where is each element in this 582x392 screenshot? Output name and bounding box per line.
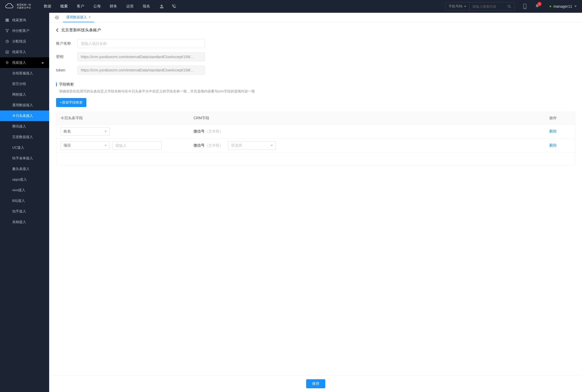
sidebar-item-clue-query[interactable]: 线索查询	[0, 15, 49, 25]
sidebar-toggle-button[interactable]	[52, 16, 61, 19]
mobile-icon[interactable]	[523, 4, 527, 9]
nav-customer[interactable]: 客户	[77, 4, 84, 9]
search-type-select[interactable]: 手机号码	[445, 2, 470, 10]
table-header: 今日头条字段 CRM字段 操作	[56, 112, 575, 124]
th-crm-field: CRM字段	[193, 116, 549, 121]
toutiao-field-select[interactable]: 项目	[61, 141, 110, 150]
svg-rect-9	[7, 20, 9, 21]
breadcrumb: 北京昱新科技头条账户	[56, 28, 575, 33]
chevron-down-icon	[464, 6, 466, 7]
tab-close-button[interactable]: ✕	[88, 15, 91, 19]
svg-point-3	[508, 5, 510, 7]
svg-rect-8	[6, 20, 7, 21]
chevron-down-icon	[271, 145, 273, 146]
sidebar-sub-tencent[interactable]: 腾讯接入	[0, 121, 49, 132]
logo[interactable]: 教育机构一站 式服务云平台	[5, 3, 31, 10]
footer-bar: 保存	[49, 375, 582, 392]
chevron-down-icon	[104, 131, 107, 132]
chevron-left-icon	[56, 28, 58, 32]
account-label: 账户名称	[56, 41, 75, 46]
call-icon[interactable]	[171, 4, 176, 9]
secret-label: 密钥	[56, 54, 75, 59]
th-toutiao-field: 今日头条字段	[61, 116, 193, 121]
logo-sub2: 式服务云平台	[17, 6, 31, 9]
logo-sub1: 教育机构一站	[17, 3, 31, 6]
crm-field-label: 微信号	[193, 129, 205, 133]
sidebar-sub-oppo[interactable]: oppo接入	[0, 174, 49, 185]
mapping-table: 今日头条字段 CRM字段 操作 姓名 微信号（文本框） 删除	[56, 112, 575, 165]
add-mapping-button[interactable]: +添加字段映射	[56, 98, 86, 107]
sidebar-item-import[interactable]: 线索导入	[0, 47, 49, 57]
chevron-down-icon	[104, 145, 107, 146]
nav-clue[interactable]: 线索	[60, 4, 68, 9]
sidebar-item-access[interactable]: 线索接入	[0, 57, 49, 68]
topbar: 教育机构一站 式服务云平台 数据 线索 客户 公海 财务 运营 报名 手机号码 …	[0, 0, 582, 13]
nav-data[interactable]: 数据	[44, 4, 51, 9]
svg-rect-7	[7, 19, 9, 20]
section-bar-icon	[56, 83, 57, 86]
sidebar-sub-school[interactable]: 网校接入	[0, 89, 49, 100]
nav-ops[interactable]: 运营	[126, 4, 134, 9]
account-input[interactable]	[77, 39, 205, 48]
content-area: 通用数据接入 ✕ 北京昱新科技头条账户 账户名称 密钥 token	[49, 13, 582, 392]
search-icon	[507, 5, 511, 8]
menu-collapse-icon	[55, 16, 59, 19]
sidebar-sub-message-group[interactable]: 留言分组	[0, 79, 49, 89]
sidebar-sub-online-cs[interactable]: 在线客服接入	[0, 68, 49, 79]
svg-point-5	[525, 8, 525, 8]
sidebar-sub-zhihu[interactable]: 知乎接入	[0, 206, 49, 217]
crm-field-label: 微信号	[193, 143, 205, 147]
nav-sea[interactable]: 公海	[93, 4, 101, 9]
chevron-up-icon	[41, 62, 44, 63]
tab-generic-data[interactable]: 通用数据接入 ✕	[63, 13, 94, 22]
pie-icon	[5, 40, 9, 43]
token-input[interactable]	[77, 66, 205, 75]
extra-input[interactable]	[112, 141, 162, 150]
toutiao-field-select[interactable]: 姓名	[61, 127, 110, 136]
notifications-button[interactable]: 5	[535, 3, 539, 9]
crm-field-hint: （文本框）	[205, 143, 223, 147]
plug-icon	[5, 61, 9, 65]
page-title: 北京昱新科技头条账户	[61, 28, 101, 33]
nav-finance[interactable]: 财务	[110, 4, 117, 9]
chevron-down-icon	[574, 6, 577, 7]
svg-rect-2	[163, 7, 163, 8]
search-input[interactable]	[470, 5, 504, 8]
crm-value-select[interactable]: 请选择	[228, 141, 276, 150]
status-dot-icon	[550, 6, 551, 7]
sidebar-sub-baidu[interactable]: 百度数据接入	[0, 132, 49, 142]
search-wrap: 手机号码	[445, 2, 515, 11]
sidebar-sub-toutiao[interactable]: 今日头条接入	[0, 110, 49, 121]
save-button[interactable]: 保存	[306, 379, 325, 388]
sidebar-sub-qutoutiao[interactable]: 趣头条接入	[0, 164, 49, 174]
search-button[interactable]	[504, 5, 514, 8]
funnel-icon	[5, 29, 9, 33]
sidebar-sub-vivo[interactable]: vivo接入	[0, 185, 49, 195]
sidebar-sub-bilibili[interactable]: B站接入	[0, 195, 49, 206]
sidebar: 线索查询 待分配客户 分配情况 线索导入 线索接入 在线客服接入 留言分组 网校…	[0, 13, 49, 392]
sidebar-sub-uc[interactable]: UC接入	[0, 142, 49, 153]
nav-signup[interactable]: 报名	[143, 4, 150, 9]
table-row: 项目 微信号（文本框） 请选择 删除	[56, 138, 575, 152]
cloud-logo-icon	[5, 3, 13, 10]
sidebar-sub-meiyou[interactable]: 美柚接入	[0, 217, 49, 227]
notification-badge: 5	[537, 2, 542, 6]
crm-field-hint: （文本框）	[205, 129, 223, 133]
import-icon	[5, 50, 9, 54]
username: manager11	[553, 4, 572, 8]
tabs-bar: 通用数据接入 ✕	[49, 13, 582, 22]
user-menu[interactable]: manager11	[550, 4, 577, 8]
sidebar-sub-generic[interactable]: 通用数据接入	[0, 100, 49, 110]
delete-row-link[interactable]: 删除	[549, 143, 557, 147]
table-row-empty	[56, 152, 575, 165]
sidebar-item-allocation[interactable]: 分配情况	[0, 36, 49, 47]
sidebar-sub-kuaishou[interactable]: 快手表单接入	[0, 153, 49, 164]
secret-input[interactable]	[77, 52, 205, 61]
back-button[interactable]	[56, 28, 58, 32]
user-add-icon[interactable]	[159, 4, 164, 9]
section-tip: 请确保您在此填写的头条自定义字段名称与在今日头条平台中自定义的字段名称一致，并且…	[59, 89, 575, 94]
svg-point-0	[161, 5, 163, 7]
sidebar-item-pending[interactable]: 待分配客户	[0, 25, 49, 36]
table-row: 姓名 微信号（文本框） 删除	[56, 124, 575, 138]
delete-row-link[interactable]: 删除	[549, 129, 557, 133]
